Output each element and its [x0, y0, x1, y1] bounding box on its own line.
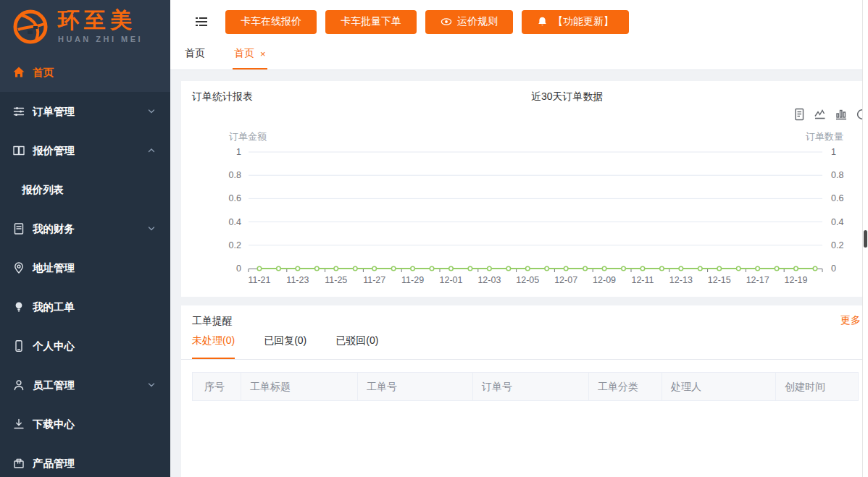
app-root: 环至美 HUAN ZHI MEI 首页订单管理报价管理报价列表我的财务地址管理我…: [0, 0, 868, 477]
finance-icon: [12, 222, 25, 235]
workorder-panel-title: 工单提醒: [192, 315, 233, 328]
topbar-buttons: 卡车在线报价卡车批量下单运价规则【功能更新】: [225, 10, 629, 34]
close-icon[interactable]: ×: [260, 49, 266, 59]
linechart-icon[interactable]: [813, 107, 827, 122]
sidebar-menu: 首页订单管理报价管理报价列表我的财务地址管理我的工单个人中心员工管理下载中心产品…: [0, 53, 170, 477]
sidebar-item-5[interactable]: 地址管理: [0, 248, 170, 287]
column-header-6: 创建时间: [776, 373, 858, 400]
sidebar-item-label: 订单管理: [33, 105, 75, 119]
svg-text:12-19: 12-19: [785, 275, 808, 285]
svg-text:0.8: 0.8: [229, 170, 241, 180]
location-icon: [12, 261, 25, 274]
sidebar-item-label: 产品管理: [33, 457, 75, 470]
left-axis-name: 订单金额: [229, 130, 267, 143]
eye-icon: [441, 16, 452, 28]
workorder-panel: 工单提醒 更多 未处理(0)已回复(0)已驳回(0) 序号工单标题工单号订单号工…: [181, 305, 862, 477]
chart-toolbox: [792, 107, 862, 122]
button-label: 卡车批量下单: [341, 15, 401, 28]
more-link[interactable]: 更多: [840, 314, 861, 327]
topbar-button-0[interactable]: 卡车在线报价: [225, 10, 317, 34]
logo[interactable]: 环至美 HUAN ZHI MEI: [0, 0, 170, 53]
topbar-button-3[interactable]: 【功能更新】: [522, 10, 629, 34]
sidebar-item-1[interactable]: 订单管理: [0, 92, 170, 131]
column-header-3: 订单号: [473, 373, 589, 400]
topbar-button-1[interactable]: 卡车批量下单: [325, 10, 417, 34]
sidebar-subitem-3[interactable]: 报价列表: [0, 170, 170, 209]
svg-text:0.8: 0.8: [831, 170, 843, 180]
phone-icon: [12, 339, 25, 353]
workorder-tab-0[interactable]: 未处理(0): [192, 334, 235, 359]
chevron-down-icon: [147, 224, 156, 233]
svg-text:12-09: 12-09: [593, 275, 616, 285]
page-tab-1[interactable]: 首页×: [233, 47, 267, 69]
dataview-icon[interactable]: [792, 107, 806, 122]
scrollbar[interactable]: [862, 0, 868, 477]
svg-text:12-01: 12-01: [439, 275, 462, 285]
sliders-icon: [12, 105, 25, 118]
svg-text:0: 0: [236, 263, 241, 274]
svg-text:0.6: 0.6: [229, 193, 241, 203]
chevron-down-icon: [147, 107, 156, 116]
chevron-down-icon: [147, 381, 156, 389]
page-tab-0[interactable]: 首页: [183, 47, 206, 69]
svg-text:0.2: 0.2: [229, 240, 241, 250]
user-icon: [12, 379, 25, 392]
tab-label: 首页: [185, 47, 205, 60]
button-label: 运价规则: [457, 15, 498, 28]
svg-text:11-25: 11-25: [325, 275, 347, 285]
sidebar: 环至美 HUAN ZHI MEI 首页订单管理报价管理报价列表我的财务地址管理我…: [0, 0, 170, 477]
sidebar-item-0[interactable]: 首页: [0, 53, 170, 92]
column-header-5: 处理人: [662, 373, 776, 400]
svg-text:12-13: 12-13: [669, 275, 693, 285]
orders-line-chart: 000.20.20.40.40.60.60.80.81111-2111-2311…: [181, 81, 862, 297]
sidebar-item-6[interactable]: 我的工单: [0, 287, 170, 326]
sidebar-item-8[interactable]: 员工管理: [0, 366, 170, 405]
svg-text:0.2: 0.2: [831, 240, 843, 250]
svg-text:12-11: 12-11: [631, 275, 654, 285]
logo-title: 环至美: [58, 9, 143, 31]
svg-text:1: 1: [236, 147, 241, 157]
svg-text:1: 1: [831, 147, 836, 157]
sidebar-item-label: 地址管理: [33, 261, 75, 275]
svg-text:12-15: 12-15: [708, 275, 731, 285]
workorder-tab-1[interactable]: 已回复(0): [264, 334, 306, 359]
main-area: 卡车在线报价卡车批量下单运价规则【功能更新】 首页首页× 000.20.20.4…: [170, 0, 868, 477]
sidebar-item-7[interactable]: 个人中心: [0, 326, 170, 366]
logo-subtitle: HUAN ZHI MEI: [58, 35, 143, 43]
chevron-up-icon: [147, 146, 156, 155]
sidebar-item-label: 首页: [33, 66, 54, 80]
topbar-button-2[interactable]: 运价规则: [425, 10, 513, 34]
bell-icon: [537, 16, 548, 28]
sidebar-item-label: 下载中心: [33, 418, 75, 431]
svg-text:11-21: 11-21: [248, 275, 270, 285]
hamburger-icon[interactable]: [194, 14, 209, 29]
svg-text:11-27: 11-27: [363, 275, 385, 285]
sidebar-item-label: 我的工单: [33, 300, 75, 314]
page-content: 000.20.20.40.40.60.60.80.81111-2111-2311…: [170, 70, 868, 477]
sidebar-item-label: 员工管理: [33, 379, 75, 392]
sidebar-item-label: 我的财务: [33, 222, 75, 236]
chart-title: 近30天订单数据: [531, 90, 604, 104]
svg-text:12-03: 12-03: [477, 275, 501, 285]
barchart-icon[interactable]: [834, 107, 848, 122]
sidebar-item-10[interactable]: 产品管理: [0, 444, 170, 477]
scrollbar-thumb[interactable]: [864, 230, 867, 248]
download-icon: [12, 418, 25, 431]
book-icon: [12, 144, 25, 157]
svg-text:12-07: 12-07: [554, 275, 577, 285]
sidebar-item-9[interactable]: 下载中心: [0, 405, 170, 444]
tab-bar: 首页首页×: [170, 43, 868, 70]
svg-text:0.4: 0.4: [229, 217, 241, 227]
column-header-2: 工单号: [358, 373, 473, 400]
sidebar-item-2[interactable]: 报价管理: [0, 131, 170, 170]
workorder-tab-2[interactable]: 已驳回(0): [335, 334, 378, 359]
sidebar-item-label: 报价管理: [33, 144, 75, 158]
bulb-icon: [12, 300, 25, 313]
svg-text:11-29: 11-29: [401, 275, 424, 285]
button-label: 卡车在线报价: [241, 15, 301, 28]
sidebar-item-4[interactable]: 我的财务: [0, 209, 170, 248]
tab-label: 首页: [234, 47, 254, 60]
panel-title: 订单统计报表: [192, 90, 253, 104]
refresh-icon[interactable]: [855, 107, 862, 122]
workorder-table-header: 序号工单标题工单号订单号工单分类处理人创建时间: [192, 372, 859, 401]
